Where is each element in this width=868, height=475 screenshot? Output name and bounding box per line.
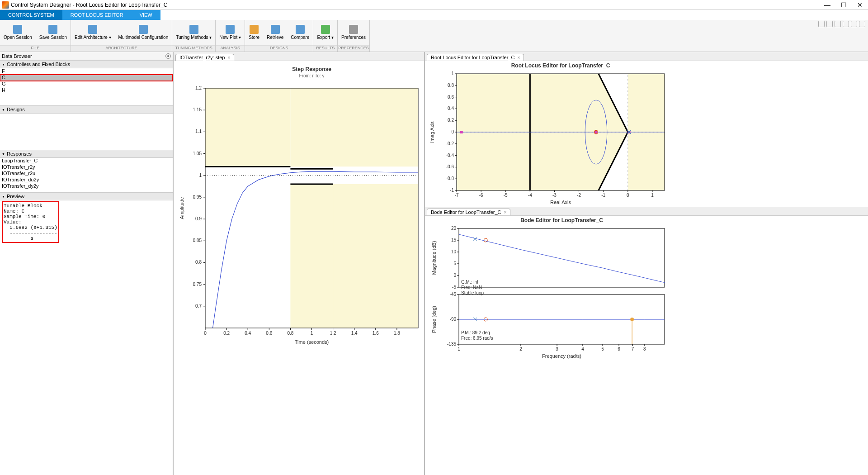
svg-rect-3 (333, 184, 418, 328)
response-item[interactable]: IOTransfer_r2u (0, 171, 173, 177)
response-item[interactable]: IOTransfer_r2y (0, 164, 173, 171)
bode-plot[interactable]: -505101520G.M.: infFreq: NaNStable loopM… (425, 216, 868, 374)
response-item[interactable]: IOTransfer_du2y (0, 177, 173, 183)
svg-text:0.2: 0.2 (223, 331, 230, 336)
svg-text:0.2: 0.2 (448, 118, 454, 123)
toolbar-multimodel-button[interactable]: Multimodel Configuration (115, 20, 172, 45)
window-title: Control System Designer - Root Locus Edi… (11, 2, 821, 8)
svg-text:Step Response: Step Response (292, 66, 331, 72)
svg-text:7: 7 (632, 347, 634, 352)
section-controllers[interactable]: Controllers and Fixed Blocks (0, 60, 173, 68)
toolbar-tuning-button[interactable]: Tuning Methods ▾ (172, 20, 215, 45)
svg-text:5: 5 (601, 347, 604, 352)
response-item[interactable]: LoopTransfer_C (0, 158, 173, 164)
svg-text:G.M.: inf: G.M.: inf (461, 280, 478, 285)
toolbar-save-button[interactable]: Save Session (36, 20, 71, 45)
qat-btn-3[interactable] (835, 21, 841, 27)
undock-icon[interactable] (165, 53, 171, 59)
svg-text:1.8: 1.8 (394, 331, 400, 336)
section-preview[interactable]: Preview (0, 192, 173, 200)
svg-text:Phase (deg): Phase (deg) (431, 306, 437, 333)
controller-item-F[interactable]: F (0, 68, 173, 75)
svg-text:4: 4 (581, 347, 584, 352)
svg-text:-5: -5 (452, 285, 456, 290)
svg-text:-7: -7 (455, 193, 459, 198)
qat-btn-4[interactable] (843, 21, 849, 27)
controller-item-H[interactable]: H (0, 87, 173, 94)
section-designs[interactable]: Designs (0, 105, 173, 114)
svg-text:-0.2: -0.2 (446, 141, 454, 146)
responses-list[interactable]: LoopTransfer_CIOTransfer_r2yIOTransfer_r… (0, 158, 173, 192)
svg-text:3: 3 (556, 347, 558, 352)
preview-text: Tunable Block Name: C Sample Time: 0 Val… (2, 201, 59, 243)
svg-text:-3: -3 (552, 193, 557, 198)
svg-text:0: 0 (204, 331, 207, 336)
svg-text:1.15: 1.15 (193, 107, 202, 112)
tab-rootlocus[interactable]: Root Locus Editor for LoopTransfer_C × (427, 54, 524, 61)
toolbar-export-button[interactable]: Export ▾ (313, 20, 337, 45)
titlebar: Control System Designer - Root Locus Edi… (0, 0, 868, 10)
step-response-plot[interactable]: 00.20.40.60.811.21.41.61.80.70.750.80.85… (174, 61, 424, 475)
tab-root-locus-editor[interactable]: ROOT LOCUS EDITOR (62, 10, 132, 20)
svg-text:Freq: 6.95 rad/s: Freq: 6.95 rad/s (461, 336, 493, 341)
svg-text:1: 1 (451, 71, 454, 76)
svg-text:0.7: 0.7 (195, 304, 202, 309)
close-tab-icon[interactable]: × (504, 210, 507, 215)
tab-bode-label: Bode Editor for LoopTransfer_C (431, 209, 501, 215)
svg-text:1.4: 1.4 (351, 331, 358, 336)
svg-text:-45: -45 (450, 292, 457, 297)
toolbar-retrieve-button[interactable]: Retrieve (263, 20, 287, 45)
svg-text:1.6: 1.6 (373, 331, 379, 336)
qat-btn-1[interactable] (818, 21, 825, 27)
svg-text:Magnitude (dB): Magnitude (dB) (431, 241, 437, 275)
tab-step-response[interactable]: IOTransfer_r2y: step × (175, 54, 234, 61)
tab-rootlocus-label: Root Locus Editor for LoopTransfer_C (431, 55, 514, 60)
rootlocus-tabbar: Root Locus Editor for LoopTransfer_C × (425, 52, 868, 61)
svg-text:0.9: 0.9 (195, 216, 202, 221)
qat-btn-5[interactable] (851, 21, 857, 27)
section-responses[interactable]: Responses (0, 150, 173, 158)
qat-btn-2[interactable] (826, 21, 833, 27)
svg-point-127 (484, 238, 487, 242)
folder-icon (13, 25, 22, 34)
rootlocus-plot[interactable]: -7-6-5-4-3-2-101-1-0.8-0.6-0.4-0.200.20.… (425, 61, 868, 207)
svg-text:-0.4: -0.4 (446, 153, 454, 158)
export-icon (321, 25, 330, 34)
minimize-button[interactable]: — (821, 1, 834, 9)
controller-item-G[interactable]: G (0, 81, 173, 87)
tab-bode[interactable]: Bode Editor for LoopTransfer_C × (427, 209, 510, 215)
svg-text:0.85: 0.85 (193, 238, 202, 243)
svg-text:10: 10 (451, 249, 457, 254)
preview-area: Tunable Block Name: C Sample Time: 0 Val… (0, 200, 173, 475)
controller-item-C[interactable]: C (0, 75, 173, 81)
svg-text:1.1: 1.1 (195, 129, 202, 134)
svg-text:6: 6 (618, 347, 620, 352)
svg-text:1: 1 (458, 347, 460, 352)
toolbar-store-button[interactable]: Store (245, 20, 263, 45)
data-browser-title: Data Browser (2, 53, 32, 59)
close-tab-icon[interactable]: × (227, 55, 230, 60)
maximize-button[interactable]: ☐ (837, 1, 850, 9)
svg-rect-114 (459, 228, 665, 287)
toolbar-edit-button[interactable]: Edit Architecture ▾ (71, 20, 115, 45)
tab-view[interactable]: VIEW (132, 10, 160, 20)
toolbar-new-button[interactable]: New Plot ▾ (216, 20, 245, 45)
svg-text:From: r  To: y: From: r To: y (299, 73, 325, 78)
svg-text:-1: -1 (601, 193, 605, 198)
toolstrip: Open SessionSave SessionFILEEdit Archite… (0, 20, 868, 52)
toolbar-open-button[interactable]: Open Session (0, 20, 36, 45)
plot-icon (226, 25, 235, 34)
response-item[interactable]: IOTransfer_dy2y (0, 183, 173, 190)
close-button[interactable]: ✕ (854, 1, 866, 9)
tab-control-system[interactable]: CONTROL SYSTEM (0, 10, 62, 20)
close-tab-icon[interactable]: × (517, 55, 520, 60)
arrow-icon (271, 25, 280, 34)
svg-text:Root Locus Editor for LoopTran: Root Locus Editor for LoopTransfer_C (511, 62, 610, 69)
svg-text:1: 1 (199, 173, 202, 178)
qat-btn-6[interactable] (859, 21, 865, 27)
svg-text:-90: -90 (450, 317, 457, 322)
svg-text:Amplitude: Amplitude (179, 197, 184, 219)
svg-text:Real Axis: Real Axis (550, 200, 571, 205)
toolbar-preferences-button[interactable]: Preferences (338, 20, 369, 45)
toolbar-compare-button[interactable]: Compare (287, 20, 313, 45)
